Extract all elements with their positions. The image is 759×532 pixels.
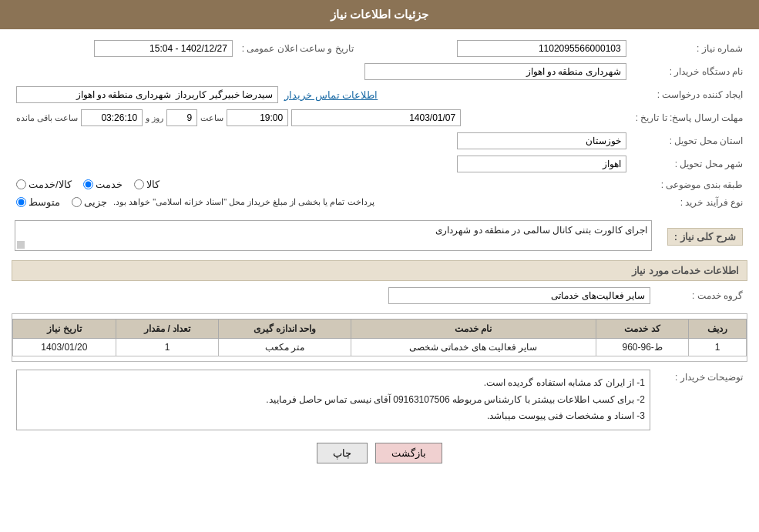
days-input[interactable]: [166, 109, 197, 126]
province-input[interactable]: [457, 132, 626, 149]
category-radio-kala-khidmat[interactable]: [16, 179, 26, 189]
col-header-name: نام خدمت: [351, 320, 596, 339]
notes-table: توضیحات خریدار : 1- از ایران کد مشابه اس…: [12, 366, 747, 433]
col-header-unit: واحد اندازه گیری: [219, 320, 351, 339]
purchase-jozi-label: جزیی: [84, 196, 107, 208]
description-text: اجرای کالورت بتنی کانال سالمی در منطقه د…: [435, 225, 647, 236]
tender-number-cell: [358, 37, 631, 60]
purchase-type-cell: متوسط جزیی پرداخت تمام یا بخشی از مبلغ خ…: [12, 193, 631, 211]
category-khidmat-label: خدمت: [96, 179, 123, 190]
contact-info-link[interactable]: اطلاعات تماس خریدار: [284, 89, 378, 101]
tender-number-input[interactable]: [457, 40, 626, 57]
back-button[interactable]: بازگشت: [375, 443, 442, 463]
cell-qty: 1: [116, 339, 219, 356]
creator-label: ایجاد کننده درخواست :: [631, 83, 747, 106]
main-content: شماره نیاز : تاریخ و ساعت اعلان عمومی : …: [0, 29, 759, 480]
notes-cell: 1- از ایران کد مشابه استفاده گردیده است.…: [12, 366, 655, 433]
service-group-input[interactable]: [388, 287, 650, 304]
buyer-org-input[interactable]: [364, 63, 626, 80]
category-radio-kala[interactable]: [134, 179, 144, 189]
cell-code: ط-96-960: [596, 339, 688, 356]
service-group-table: گروه خدمت :: [12, 284, 747, 307]
cell-date: 1403/01/20: [13, 339, 116, 356]
remaining-input[interactable]: [81, 109, 143, 126]
page-header: جزئیات اطلاعات نیاز: [0, 0, 759, 29]
resize-handle[interactable]: [17, 241, 25, 249]
purchase-radio-jozi[interactable]: [72, 197, 82, 207]
announce-datetime-cell: [12, 37, 237, 60]
creator-input[interactable]: [16, 86, 278, 103]
page-title: جزئیات اطلاعات نیاز: [331, 8, 428, 21]
services-table: ردیف کد خدمت نام خدمت واحد اندازه گیری ت…: [12, 319, 747, 356]
announce-datetime-input[interactable]: [94, 40, 233, 57]
send-date-label: مهلت ارسال پاسخ: تا تاریخ :: [631, 106, 747, 129]
note-line: 2- برای کسب اطلاعات بیشتر با کارشناس مرب…: [22, 392, 645, 409]
description-cell: اجرای کالورت بتنی کانال سالمی در منطقه د…: [12, 217, 655, 254]
note-line: 1- از ایران کد مشابه استفاده گردیده است.: [22, 375, 645, 392]
city-label: شهر محل تحویل :: [631, 152, 747, 176]
city-input[interactable]: [457, 156, 626, 172]
province-cell: [12, 129, 631, 152]
cell-unit: متر مکعب: [219, 339, 351, 356]
note-line: 3- اسناد و مشخصات فنی پیوست میباشد.: [22, 408, 645, 425]
category-label: طبقه بندی موضوعی :: [631, 176, 747, 193]
send-date-cell: ساعت باقی مانده روز و ساعت: [12, 106, 631, 129]
tender-number-label: شماره نیاز :: [631, 37, 747, 60]
category-khidmat[interactable]: خدمت: [83, 179, 123, 190]
description-box: اجرای کالورت بتنی کانال سالمی در منطقه د…: [15, 220, 652, 251]
info-table: شماره نیاز : تاریخ و ساعت اعلان عمومی : …: [12, 37, 747, 211]
province-label: استان محل تحویل :: [631, 129, 747, 152]
cell-row: 1: [689, 339, 747, 356]
col-header-qty: تعداد / مقدار: [116, 320, 219, 339]
description-table: شرح کلی نیاز : اجرای کالورت بتنی کانال س…: [12, 217, 747, 254]
category-kala[interactable]: کالا: [134, 179, 160, 190]
page-wrapper: جزئیات اطلاعات نیاز شماره نیاز : تاریخ و…: [0, 0, 759, 532]
time-label: ساعت: [200, 113, 223, 123]
days-label: روز و: [146, 113, 163, 123]
table-row: 1ط-96-960سایر فعالیت های خدماتی شخصیمتر …: [13, 339, 747, 356]
purchase-radio-mutavasset[interactable]: [16, 197, 26, 207]
announce-datetime-label: تاریخ و ساعت اعلان عمومی :: [237, 37, 358, 60]
services-section-title: اطلاعات خدمات مورد نیاز: [12, 260, 747, 281]
category-kala-label: کالا: [146, 179, 160, 190]
col-header-code: کد خدمت: [596, 320, 688, 339]
description-section-label: شرح کلی نیاز :: [667, 228, 743, 246]
time-input[interactable]: [227, 109, 288, 126]
purchase-mutavasset-label: متوسط: [29, 196, 60, 208]
service-group-label: گروه خدمت :: [655, 284, 747, 307]
col-header-date: تاریخ نیاز: [13, 320, 116, 339]
city-cell: [12, 152, 631, 176]
purchase-jozi[interactable]: جزیی: [72, 196, 107, 208]
print-button[interactable]: چاپ: [317, 443, 368, 463]
purchase-note: پرداخت تمام یا بخشی از مبلغ خریداز محل "…: [113, 197, 374, 207]
purchase-mutavasset[interactable]: متوسط: [16, 196, 60, 208]
creator-cell: اطلاعات تماس خریدار: [12, 83, 631, 106]
buyer-notes-label: توضیحات خریدار :: [675, 372, 743, 383]
category-kala-khidmat-label: کالا/خدمت: [29, 179, 72, 190]
buyer-org-cell: [12, 60, 631, 83]
category-cell: کالا/خدمت خدمت کالا: [12, 176, 631, 193]
remaining-label: ساعت باقی مانده: [16, 113, 78, 123]
date-input[interactable]: [291, 109, 461, 126]
buyer-org-label: نام دستگاه خریدار :: [631, 60, 747, 83]
col-header-row: ردیف: [689, 320, 747, 339]
category-kala-khidmat[interactable]: کالا/خدمت: [16, 179, 72, 190]
buyer-notes-box: 1- از ایران کد مشابه استفاده گردیده است.…: [16, 370, 650, 430]
services-grid-outer: ردیف کد خدمت نام خدمت واحد اندازه گیری ت…: [12, 313, 747, 362]
category-radio-khidmat[interactable]: [83, 179, 93, 189]
service-group-cell: [12, 284, 655, 307]
purchase-type-label: نوع فرآیند خرید :: [631, 193, 747, 211]
cell-name: سایر فعالیت های خدماتی شخصی: [351, 339, 596, 356]
button-row: بازگشت چاپ: [12, 443, 747, 463]
